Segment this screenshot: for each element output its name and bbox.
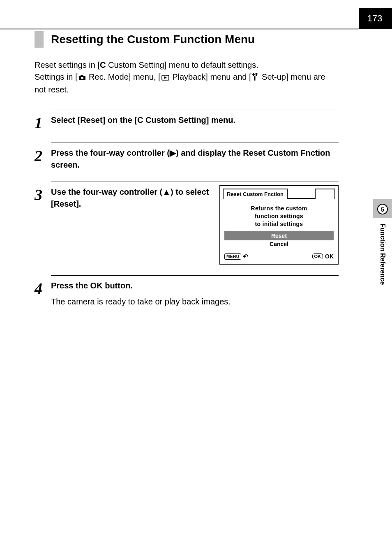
intro-line2-rec: Rec. Mode] menu, [	[87, 72, 161, 81]
steps-container: 1 Select [Reset] on the [C Custom Settin…	[35, 110, 339, 308]
screen-msg-3: to initial settings	[224, 220, 334, 228]
svg-marker-4	[164, 76, 167, 79]
screen-tab-spacer	[288, 189, 315, 199]
ok-badge-icon: OK	[312, 253, 323, 259]
svg-point-2	[81, 77, 83, 79]
screen-msg-2: function settings	[224, 212, 334, 220]
chapter-number: 5	[377, 204, 388, 214]
step-3: 3 Use the four-way controller (▲) to sel…	[35, 182, 339, 265]
step-number-1: 1	[35, 114, 51, 132]
svg-rect-9	[254, 76, 256, 81]
screen-inner: Returns the custom function settings to …	[220, 199, 338, 250]
step-4-before: Press the	[51, 281, 90, 290]
svg-rect-1	[81, 75, 83, 76]
setup-icon	[252, 72, 258, 84]
intro-line2-before: Settings in [	[35, 72, 78, 81]
step-1-title: Select [Reset] on the [C Custom Setting]…	[51, 114, 339, 126]
playback-icon	[161, 72, 169, 84]
step-1: 1 Select [Reset] on the [C Custom Settin…	[35, 110, 339, 132]
screen-bottom-bar: MENU ↶ OK OK	[220, 250, 338, 264]
screen-cancel-option[interactable]: Cancel	[224, 240, 334, 248]
back-arrow-icon: ↶	[243, 253, 248, 260]
ok-text: OK	[325, 253, 334, 260]
screen-tab-row: Reset Custom Fnction	[220, 186, 338, 199]
step-4: 4 Press the OK button. The camera is rea…	[35, 275, 339, 308]
step-1-c-icon: C	[137, 115, 143, 124]
section-header: Resetting the Custom Function Menu	[35, 31, 392, 48]
page-number: 173	[359, 8, 392, 29]
intro-line1-before: Reset settings in [	[35, 60, 100, 69]
side-tab: 5 Function Reference	[373, 199, 392, 290]
camera-screen: Reset Custom Fnction Returns the custom …	[219, 185, 339, 265]
menu-back-indicator: MENU ↶	[224, 253, 248, 260]
ok-indicator: OK OK	[312, 253, 334, 260]
screen-tab-right	[315, 189, 335, 199]
ok-button-icon: OK	[90, 281, 103, 290]
chapter-label: Function Reference	[379, 218, 386, 290]
custom-c-icon: C	[100, 60, 106, 69]
screen-reset-option[interactable]: Reset	[224, 231, 334, 240]
step-number-2: 2	[35, 147, 51, 171]
screen-tab-label: Reset Custom Fnction	[223, 189, 288, 199]
section-title: Resetting the Custom Function Menu	[51, 33, 255, 46]
screen-msg-1: Returns the custom	[224, 205, 334, 212]
intro-line2-play: Playback] menu and [	[170, 72, 251, 81]
step-number-4: 4	[35, 279, 51, 308]
intro-line1-after: Custom Setting] menu to default settings…	[106, 60, 258, 69]
side-tab-chapter: 5	[373, 199, 392, 218]
step-1-before: Select [Reset] on the [	[51, 115, 137, 124]
intro-text: Reset settings in [C Custom Setting] men…	[35, 59, 339, 96]
svg-rect-7	[252, 74, 255, 75]
step-2-title: Press the four-way controller (▶) and di…	[51, 147, 339, 171]
menu-icon: MENU	[224, 253, 241, 260]
section-bar	[35, 31, 44, 48]
camera-icon	[78, 72, 86, 84]
header-rule	[0, 28, 359, 30]
svg-rect-8	[255, 74, 258, 74]
step-2: 2 Press the four-way controller (▶) and …	[35, 143, 339, 171]
step-4-after: button.	[103, 281, 133, 290]
step-4-title: Press the OK button.	[51, 280, 339, 292]
step-3-title: Use the four-way controller (▲) to selec…	[51, 186, 214, 210]
step-number-3: 3	[35, 186, 51, 265]
step-4-body: The camera is ready to take or play back…	[51, 296, 339, 308]
step-1-after: Custom Setting] menu.	[143, 115, 235, 124]
